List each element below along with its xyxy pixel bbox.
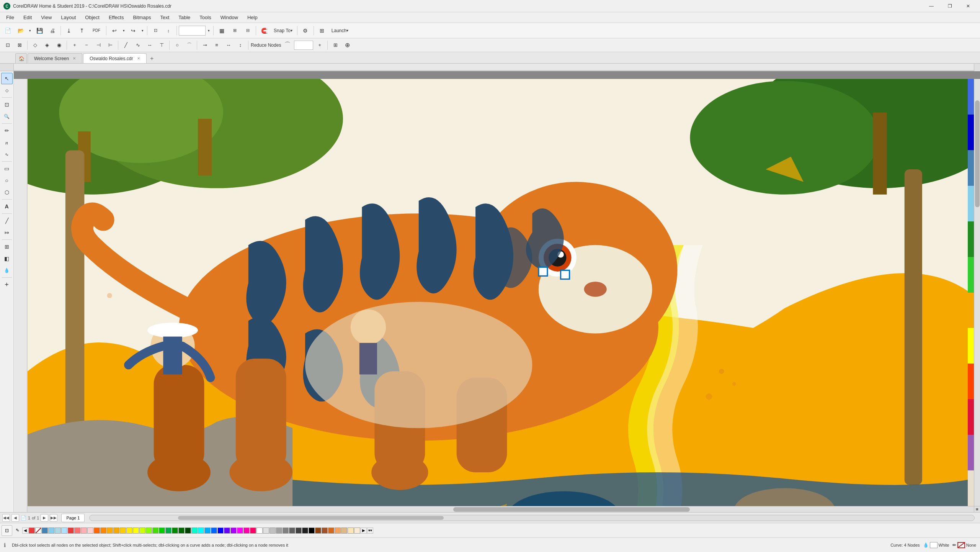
- print-button[interactable]: 🖨: [46, 25, 59, 36]
- swatch-12[interactable]: [120, 527, 126, 534]
- delete-node[interactable]: −: [81, 40, 92, 51]
- vertical-scrollbar[interactable]: [974, 79, 980, 506]
- cusp-node[interactable]: ◇: [30, 40, 41, 51]
- zoom-tool[interactable]: 🔍: [1, 111, 13, 122]
- transparency-tool[interactable]: ◧: [1, 253, 13, 264]
- swatch-7[interactable]: [87, 527, 93, 534]
- v-scroll-thumb[interactable]: [975, 100, 980, 207]
- zoom-input[interactable]: 225%: [179, 26, 206, 36]
- home-tab[interactable]: 🏠: [15, 53, 27, 63]
- menu-layout[interactable]: Layout: [56, 12, 80, 23]
- symmetrical-node[interactable]: ◉: [54, 40, 64, 51]
- freehand-paint-button[interactable]: ✎: [13, 526, 22, 535]
- color-strip-orangered[interactable]: [968, 364, 974, 399]
- undo-dropdown[interactable]: ▾: [121, 25, 126, 36]
- color-strip-cream[interactable]: [968, 470, 974, 506]
- swatch-3[interactable]: [61, 527, 67, 534]
- node-plus-icon[interactable]: ⊕: [342, 40, 353, 51]
- fill-indicator[interactable]: 💧 White: [923, 542, 949, 548]
- swatch-28[interactable]: [224, 527, 230, 534]
- menu-file[interactable]: File: [2, 12, 19, 23]
- freehand-tool[interactable]: ✏: [1, 125, 13, 136]
- close-button[interactable]: ✕: [959, 0, 977, 12]
- menu-tools[interactable]: Tools: [195, 12, 216, 23]
- swatch-46[interactable]: [341, 527, 347, 534]
- outline-indicator[interactable]: ✏ None: [952, 542, 976, 548]
- swatch-45[interactable]: [335, 527, 341, 534]
- reduce-nodes-input[interactable]: 0: [294, 41, 313, 50]
- h-scroll-thumb[interactable]: [453, 507, 690, 512]
- break-curve[interactable]: ⊣: [93, 40, 104, 51]
- add-node[interactable]: +: [69, 40, 80, 51]
- doc-scroll-thumb[interactable]: [178, 516, 443, 520]
- no-fill-swatch[interactable]: [35, 527, 41, 534]
- reduce-nodes-curve[interactable]: ⌒: [282, 40, 293, 51]
- export-button[interactable]: ⤒: [76, 25, 88, 36]
- menu-text[interactable]: Text: [155, 12, 174, 23]
- reduce-nodes-plus[interactable]: +: [314, 40, 325, 51]
- color-strip-limegreen[interactable]: [968, 257, 974, 293]
- swatch-47[interactable]: [348, 527, 354, 534]
- elastic-mode[interactable]: ⊸: [199, 40, 210, 51]
- first-page-button[interactable]: ◀◀: [2, 514, 10, 522]
- import-button[interactable]: ⤓: [63, 25, 75, 36]
- expand-palette-btn[interactable]: ▾▾: [367, 527, 373, 534]
- welcome-tab-close[interactable]: ✕: [73, 56, 76, 61]
- undo-button[interactable]: ↩: [108, 25, 121, 36]
- node-grid[interactable]: ⊞: [330, 40, 341, 51]
- join-nodes[interactable]: ⊢: [105, 40, 116, 51]
- view-mode-button[interactable]: ▦: [216, 25, 228, 36]
- swatch-38[interactable]: [289, 527, 295, 534]
- guidelines-button[interactable]: ⊟: [242, 25, 254, 36]
- swatch-25[interactable]: [204, 527, 211, 534]
- swatch-8[interactable]: [94, 527, 100, 534]
- launch-button[interactable]: Launch: [329, 25, 351, 36]
- color-strip-orange[interactable]: [968, 293, 974, 328]
- swatch-6[interactable]: [81, 527, 87, 534]
- connector-tool[interactable]: ⤇: [1, 227, 13, 238]
- menu-window[interactable]: Window: [216, 12, 243, 23]
- deselect-nodes[interactable]: ⊠: [14, 40, 25, 51]
- current-fill[interactable]: [29, 527, 35, 534]
- snap-to-button[interactable]: Snap To: [271, 25, 295, 36]
- open-button[interactable]: 📂: [15, 25, 27, 36]
- swatch-26[interactable]: [211, 527, 217, 534]
- swatch-29[interactable]: [230, 527, 237, 534]
- swatch-15[interactable]: [139, 527, 145, 534]
- publish-pdf-button[interactable]: PDF: [89, 25, 104, 36]
- swatch-18[interactable]: [159, 527, 165, 534]
- minimize-button[interactable]: —: [923, 0, 940, 12]
- swatch-19[interactable]: [165, 527, 172, 534]
- swatch-16[interactable]: [146, 527, 152, 534]
- color-strip-darkblue[interactable]: [968, 115, 974, 150]
- swatch-4[interactable]: [68, 527, 74, 534]
- canvas-area[interactable]: ⊞: [14, 71, 980, 512]
- swatch-30[interactable]: [237, 527, 243, 534]
- smooth-node[interactable]: ◈: [42, 40, 52, 51]
- swatch-9[interactable]: [100, 527, 106, 534]
- menu-view[interactable]: View: [36, 12, 56, 23]
- edit-fill-button[interactable]: ⊡: [2, 525, 12, 536]
- swatch-23[interactable]: [191, 527, 198, 534]
- menu-bitmaps[interactable]: Bitmaps: [128, 12, 155, 23]
- swatch-33[interactable]: [256, 527, 263, 534]
- swatch-44[interactable]: [328, 527, 334, 534]
- blend-tool[interactable]: ⊞: [1, 241, 13, 252]
- welcome-screen-tab[interactable]: Welcome Screen ✕: [28, 53, 82, 63]
- close-curve[interactable]: ○: [172, 40, 183, 51]
- color-strip-purple[interactable]: [968, 435, 974, 470]
- page-1-tab[interactable]: Page 1: [61, 514, 85, 522]
- swatch-41[interactable]: [309, 527, 315, 534]
- swatch-39[interactable]: [296, 527, 302, 534]
- line-segment[interactable]: ╱: [121, 40, 131, 51]
- swatch-5[interactable]: [74, 527, 80, 534]
- swatch-35[interactable]: [270, 527, 276, 534]
- color-strip-green[interactable]: [968, 221, 974, 257]
- swatch-22[interactable]: [185, 527, 191, 534]
- prev-page-button[interactable]: ◀: [11, 514, 19, 522]
- redo-dropdown[interactable]: ▾: [140, 25, 145, 36]
- horizontal-scrollbar[interactable]: [28, 506, 974, 512]
- swatch-10[interactable]: [107, 527, 113, 534]
- fit-width-button[interactable]: ↕: [162, 25, 175, 36]
- extract-subpath[interactable]: ⊤: [156, 40, 167, 51]
